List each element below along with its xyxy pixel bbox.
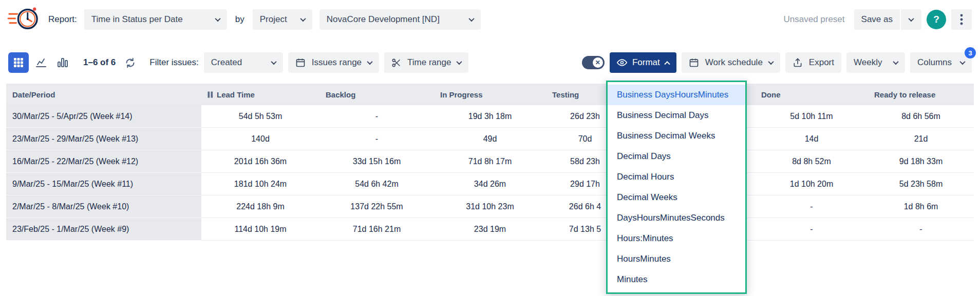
report-toolbar: 1–6 of 6 Filter issues: Created Issues r… (0, 52, 980, 73)
lead-time-columns-icon (208, 91, 213, 98)
period-value: Weekly (854, 57, 882, 68)
save-as-label: Save as (861, 14, 893, 25)
filter-issues-label: Filter issues: (149, 57, 198, 68)
ready-cell: - (868, 218, 974, 241)
export-button[interactable]: Export (785, 52, 841, 73)
format-menu-item[interactable]: Minutes (608, 269, 745, 290)
format-menu-item[interactable]: Business Decimal Days (608, 105, 745, 126)
column-header-period: Date/Period (6, 90, 201, 99)
time-range-label: Time range (407, 57, 451, 68)
format-menu-item[interactable]: Decimal Days (608, 146, 745, 167)
format-menu-item[interactable]: DaysHoursMinutesSeconds (608, 208, 745, 228)
save-as-button[interactable]: Save as (854, 9, 900, 30)
done-cell: - (755, 195, 868, 218)
help-button[interactable]: ? (927, 10, 946, 29)
column-header-backlog: Backlog (319, 90, 434, 99)
period-cell: 23/Mar/25 - 29/Mar/25 (Week #13) (6, 128, 201, 150)
ready-cell: 1d 8h 6m (868, 195, 974, 218)
issues-count: 1–6 of 6 (83, 57, 116, 68)
lead-time-cell: 181d 10h 24m (201, 173, 319, 195)
format-menu: Business DaysHoursMinutes Business Decim… (606, 81, 747, 294)
ellipsis-icon (960, 14, 963, 25)
format-menu-item[interactable]: Decimal Weeks (608, 187, 745, 208)
bar-chart-icon (56, 56, 69, 69)
done-cell: 1d 10h 20m (755, 173, 868, 195)
period-cell: 2/Mar/25 - 8/Mar/25 (Week #10) (6, 195, 201, 218)
format-menu-item[interactable]: Decimal Hours (608, 167, 745, 187)
chevron-down-icon (468, 16, 474, 22)
period-cell: 30/Mar/25 - 5/Apr/25 (Week #14) (6, 105, 201, 128)
eye-icon (617, 57, 627, 68)
column-header-in-progress: In Progress (434, 90, 546, 99)
backlog-cell: - (319, 128, 434, 150)
in-progress-cell: 71d 8h 17m (434, 150, 546, 173)
line-chart-icon (35, 56, 47, 69)
format-menu-item[interactable]: HoursMinutes (608, 249, 745, 269)
table-view-button[interactable] (8, 52, 29, 73)
top-right-actions: Unsaved preset Save as ? (783, 9, 972, 30)
backlog-cell: 54d 6h 42m (319, 173, 434, 195)
backlog-cell: 71d 16h 21m (319, 218, 434, 241)
format-menu-item[interactable]: Business Decimal Weeks (608, 126, 745, 146)
in-progress-cell: 49d (434, 128, 546, 150)
report-type-value: Time in Status per Date (91, 14, 183, 25)
period-dropdown[interactable]: Weekly (846, 52, 905, 73)
table-row: 23/Feb/25 - 1/Mar/25 (Week #9) 114d 10h … (6, 218, 974, 241)
in-progress-cell: 31d 10h 23m (434, 195, 546, 218)
export-icon (793, 57, 803, 68)
chevron-down-icon (367, 59, 372, 65)
backlog-cell: 137d 22h 55m (319, 195, 434, 218)
chevron-down-icon (959, 59, 965, 65)
toggle-off-icon: ✕ (593, 57, 603, 68)
board-view-button[interactable] (53, 53, 72, 72)
more-options-button[interactable] (951, 9, 972, 30)
table-row: 2/Mar/25 - 8/Mar/25 (Week #10) 224d 18h … (6, 195, 974, 218)
ready-cell: 8d 6h 56m (868, 105, 974, 128)
comparison-toggle[interactable]: ✕ (582, 56, 605, 69)
columns-wrap: Columns 3 (910, 52, 972, 73)
chevron-down-icon (271, 59, 276, 65)
scissors-icon (391, 58, 401, 68)
backlog-cell: 33d 15h 16m (319, 150, 434, 173)
refresh-button[interactable] (121, 53, 139, 72)
chevron-down-icon (908, 16, 914, 22)
format-menu-item[interactable]: Business DaysHoursMinutes (608, 85, 745, 105)
group-by-dropdown[interactable]: Project (253, 9, 312, 30)
period-cell: 9/Mar/25 - 15/Mar/25 (Week #11) (6, 173, 201, 195)
preset-status: Unsaved preset (783, 14, 844, 25)
lead-time-cell: 114d 10h 19m (201, 218, 319, 241)
columns-count-badge: 3 (965, 47, 976, 58)
calendar-icon (689, 57, 699, 68)
top-bar: Report: Time in Status per Date by Proje… (0, 0, 980, 30)
filter-field-value: Created (211, 57, 242, 68)
chart-view-button[interactable] (32, 53, 50, 72)
chevron-down-icon (768, 59, 774, 65)
lead-time-cell: 54d 5h 53m (201, 105, 319, 128)
format-label: Format (632, 57, 660, 68)
table-header-row: Date/Period Lead Time Backlog In Progres… (6, 84, 974, 105)
report-type-dropdown[interactable]: Time in Status per Date (84, 9, 227, 30)
format-menu-item[interactable]: Hours:Minutes (608, 228, 745, 249)
ready-cell: 9d 18h 33m (868, 150, 974, 173)
refresh-icon (125, 57, 136, 68)
filter-field-dropdown[interactable]: Created (204, 52, 283, 73)
chevron-down-icon (893, 59, 898, 65)
work-schedule-dropdown[interactable]: Work schedule (682, 52, 780, 73)
lead-time-header-label: Lead Time (217, 90, 255, 99)
format-dropdown-button[interactable]: Format (610, 52, 676, 73)
backlog-cell: - (319, 105, 434, 128)
issues-range-label: Issues range (312, 57, 362, 68)
lead-time-cell: 224d 18h 9m (201, 195, 319, 218)
issues-range-dropdown[interactable]: Issues range (288, 52, 379, 73)
columns-dropdown[interactable]: Columns (910, 52, 972, 73)
period-cell: 16/Mar/25 - 22/Mar/25 (Week #12) (6, 150, 201, 173)
export-label: Export (809, 57, 834, 68)
save-as-caret-button[interactable] (901, 9, 921, 30)
time-range-dropdown[interactable]: Time range (384, 52, 468, 73)
table-row: 23/Mar/25 - 29/Mar/25 (Week #13) 140d - … (6, 128, 974, 150)
lead-time-cell: 140d (201, 128, 319, 150)
by-label: by (235, 14, 244, 25)
project-dropdown[interactable]: NovaCore Development [ND] (319, 9, 481, 30)
table-row: 16/Mar/25 - 22/Mar/25 (Week #12) 201d 16… (6, 150, 974, 173)
lead-time-cell: 201d 16h 36m (201, 150, 319, 173)
